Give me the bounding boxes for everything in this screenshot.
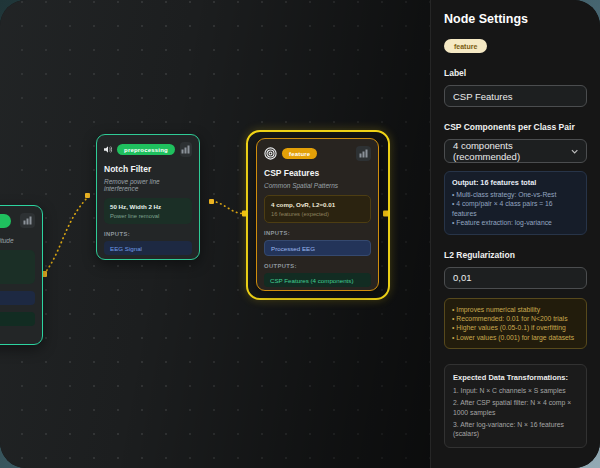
param-subtitle: Power line removal bbox=[110, 213, 186, 219]
app-window: litude preprocessing bbox=[0, 0, 600, 468]
components-select-label: CSP Components per Class Pair bbox=[444, 122, 587, 132]
wire-notch-to-csp[interactable] bbox=[212, 202, 243, 214]
chevron-down-icon bbox=[571, 149, 578, 154]
panel-title: Node Settings bbox=[444, 12, 587, 26]
transformation-item: 1. Input: N × C channels × S samples bbox=[453, 386, 578, 396]
label-input[interactable]: CSP Features bbox=[444, 85, 587, 107]
node-param-box: 4 comp, OvR, L2=0.01 16 features (expect… bbox=[264, 195, 371, 223]
transformation-item: 2. After CSP spatial filter: N × 4 comp … bbox=[453, 398, 578, 418]
output-info-box: Output: 16 features total • Multi-class … bbox=[444, 171, 587, 235]
port-notch-input[interactable] bbox=[85, 193, 90, 198]
l2-info-bullet: • Lower values (0.001) for large dataset… bbox=[452, 333, 579, 342]
l2-info-bullet: • Improves numerical stability bbox=[452, 305, 579, 314]
node-param-box: 50 Hz, Width 2 Hz Power line removal bbox=[104, 198, 192, 224]
output-pill[interactable]: CSP Features (4 components) bbox=[264, 273, 371, 287]
node-notch-filter[interactable]: preprocessing Notch Filter Remove power … bbox=[96, 134, 200, 260]
node-chart-button[interactable] bbox=[20, 213, 35, 228]
bar-chart-icon bbox=[181, 145, 190, 154]
node-chart-button[interactable] bbox=[356, 146, 371, 161]
l2-info-box: • Improves numerical stability • Recomme… bbox=[444, 298, 587, 350]
port-notch-output[interactable] bbox=[209, 199, 214, 204]
param-title: 4 comp, OvR, L2=0.01 bbox=[271, 201, 364, 208]
port-csp-input[interactable] bbox=[242, 211, 248, 217]
node-canvas[interactable]: litude preprocessing bbox=[0, 0, 430, 468]
node-settings-panel: Node Settings feature Label CSP Features… bbox=[430, 0, 600, 468]
node-title: CSP Features bbox=[264, 168, 371, 178]
output-info-bullet: • Feature extraction: log-variance bbox=[452, 218, 579, 227]
input-pill[interactable]: EEG Signal bbox=[104, 241, 192, 255]
node-type-badge: preprocessing bbox=[117, 144, 175, 155]
spiral-icon bbox=[264, 147, 277, 160]
label-field-label: Label bbox=[444, 68, 587, 78]
outputs-label: OUTPUTS: bbox=[264, 263, 371, 269]
inputs-label: INPUTS: bbox=[104, 231, 192, 237]
node-subtitle: Remove power line interference bbox=[104, 178, 192, 192]
param-subtitle: 16 features (expected) bbox=[271, 211, 364, 217]
speaker-icon bbox=[104, 145, 112, 154]
transformation-item: 3. After log-variance: N × 16 features (… bbox=[453, 420, 578, 440]
bar-chart-icon bbox=[23, 216, 32, 225]
components-select[interactable]: 4 components (recommended) bbox=[444, 139, 587, 163]
node-param-box bbox=[0, 250, 35, 284]
node-input-pill[interactable] bbox=[0, 291, 35, 305]
node-output-pill[interactable] bbox=[0, 312, 35, 326]
node-type-badge: feature bbox=[282, 148, 317, 159]
wire-partial-to-notch[interactable] bbox=[44, 197, 88, 274]
node-subtitle-fragment: litude bbox=[0, 237, 35, 244]
transformations-title: Expected Data Transformations: bbox=[453, 373, 578, 382]
components-select-value: 4 components (recommended) bbox=[453, 140, 571, 162]
transformations-box: Expected Data Transformations: 1. Input:… bbox=[444, 364, 587, 448]
node-subtitle: Common Spatial Patterns bbox=[264, 182, 371, 189]
param-title: 50 Hz, Width 2 Hz bbox=[110, 203, 186, 210]
node-title: Notch Filter bbox=[104, 164, 192, 174]
l2-info-bullet: • Recommended: 0.01 for N<200 trials bbox=[452, 314, 579, 323]
l2-input[interactable]: 0,01 bbox=[444, 267, 587, 289]
inputs-label: INPUTS: bbox=[264, 230, 371, 236]
output-info-bullet: • Multi-class strategy: One-vs-Rest bbox=[452, 190, 579, 199]
node-chart-button[interactable] bbox=[180, 142, 192, 157]
bar-chart-icon bbox=[359, 149, 368, 158]
input-pill[interactable]: Processed EEG bbox=[264, 240, 371, 256]
output-info-title: Output: 16 features total bbox=[452, 178, 579, 187]
badge-fragment bbox=[0, 214, 11, 228]
l2-info-bullet: • Higher values (0.05-0.1) if overfittin… bbox=[452, 323, 579, 332]
l2-field-label: L2 Regularization bbox=[444, 250, 587, 260]
port-csp-output[interactable] bbox=[383, 211, 389, 217]
node-type-badge: feature bbox=[444, 39, 487, 53]
node-partial-left[interactable]: litude bbox=[0, 205, 43, 345]
output-info-bullet: • 4 comp/pair × 4 class pairs = 16 featu… bbox=[452, 199, 579, 218]
node-csp-features[interactable]: feature CSP Features Common Spatial Patt… bbox=[256, 138, 379, 291]
